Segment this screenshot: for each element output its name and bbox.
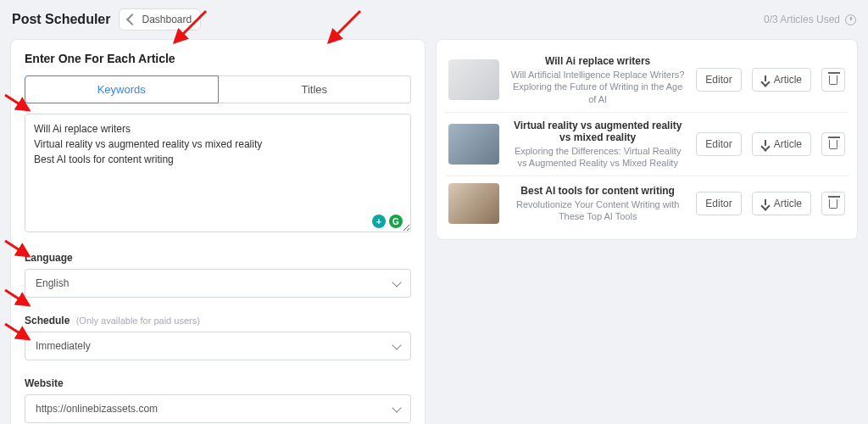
dashboard-label: Dashboard bbox=[142, 14, 192, 25]
download-icon bbox=[761, 199, 770, 208]
editor-button[interactable]: Editor bbox=[696, 192, 741, 215]
article-title: Will Ai replace writers bbox=[509, 55, 686, 67]
editor-button[interactable]: Editor bbox=[696, 132, 741, 156]
scheduler-card: Enter One For Each Article Keywords Titl… bbox=[10, 39, 426, 424]
delete-button[interactable] bbox=[821, 132, 845, 156]
article-subtitle: Will Artificial Intelligence Replace Wri… bbox=[509, 69, 686, 105]
editor-button[interactable]: Editor bbox=[696, 68, 741, 92]
delete-button[interactable] bbox=[821, 192, 845, 215]
article-row: Virtual reality vs augmented reality vs … bbox=[445, 113, 849, 177]
arrow-left-icon bbox=[126, 14, 138, 25]
website-select[interactable]: https://onlinebizassets.com bbox=[25, 394, 411, 423]
dashboard-button[interactable]: Dashboard bbox=[119, 8, 201, 31]
language-label: Language bbox=[25, 252, 411, 264]
grammarly-icon[interactable]: G bbox=[389, 215, 403, 228]
tab-keywords[interactable]: Keywords bbox=[25, 75, 219, 103]
article-row: Will Ai replace writers Will Artificial … bbox=[445, 48, 849, 113]
tab-titles[interactable]: Titles bbox=[219, 75, 412, 103]
article-thumbnail bbox=[448, 124, 499, 165]
language-select[interactable]: English bbox=[25, 269, 411, 298]
article-thumbnail bbox=[448, 59, 499, 100]
article-row: Best AI tools for content writing Revolu… bbox=[445, 176, 849, 231]
usage-counter: 0/3 Articles Used bbox=[764, 14, 856, 25]
clock-icon bbox=[845, 14, 856, 25]
chevron-down-icon bbox=[392, 277, 401, 287]
schedule-select[interactable]: Immediately bbox=[25, 332, 411, 360]
keywords-textarea[interactable] bbox=[25, 114, 411, 232]
assist-plus-icon[interactable]: + bbox=[372, 215, 386, 228]
chevron-down-icon bbox=[392, 340, 401, 349]
article-thumbnail bbox=[448, 183, 499, 224]
delete-button[interactable] bbox=[821, 68, 845, 92]
article-download-button[interactable]: Article bbox=[752, 192, 811, 215]
chevron-down-icon bbox=[392, 403, 401, 412]
input-mode-tabs: Keywords Titles bbox=[25, 75, 411, 103]
download-icon bbox=[761, 75, 770, 84]
grammarly-widget: + G bbox=[372, 215, 403, 228]
schedule-label: Schedule (Only available for paid users) bbox=[25, 315, 411, 326]
article-title: Virtual reality vs augmented reality vs … bbox=[509, 120, 686, 143]
article-list: Will Ai replace writers Will Artificial … bbox=[436, 39, 858, 240]
article-download-button[interactable]: Article bbox=[752, 132, 811, 156]
download-icon bbox=[761, 140, 770, 148]
trash-icon bbox=[829, 199, 837, 209]
article-subtitle: Exploring the Differences: Virtual Reali… bbox=[509, 145, 686, 170]
article-title: Best AI tools for content writing bbox=[509, 185, 686, 197]
section-heading: Enter One For Each Article bbox=[25, 52, 411, 65]
article-subtitle: Revolutionize Your Content Writing with … bbox=[509, 198, 686, 223]
trash-icon bbox=[829, 140, 837, 149]
page-title: Post Scheduler bbox=[12, 12, 110, 27]
article-download-button[interactable]: Article bbox=[752, 68, 811, 92]
website-label: Website bbox=[25, 377, 411, 389]
trash-icon bbox=[829, 75, 837, 85]
